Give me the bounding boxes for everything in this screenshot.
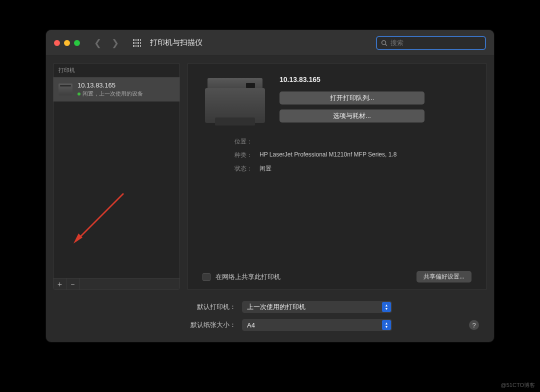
chevron-updown-icon: ▲▼ (382, 320, 391, 330)
printer-sidebar: 打印机 10.13.83.165 闲置，上一次使用的设备 ＋ － (53, 63, 180, 290)
content-area: 打印机 10.13.83.165 闲置，上一次使用的设备 ＋ － (46, 56, 494, 297)
search-field[interactable] (376, 36, 486, 50)
watermark: @51CTO博客 (501, 382, 535, 389)
printer-list-item[interactable]: 10.13.83.165 闲置，上一次使用的设备 (54, 78, 180, 102)
traffic-lights (54, 40, 80, 46)
preferences-window: ❮ ❯ 打印机与扫描仪 打印机 10.13.83.165 闲置，上一次使用的设备 (46, 30, 494, 342)
printer-meta: 位置： 种类： HP LaserJet Professional M1210nf… (202, 138, 472, 173)
forward-button[interactable]: ❯ (112, 38, 119, 48)
printer-status-text: 闲置，上一次使用的设备 (82, 90, 143, 98)
default-printer-row: 默认打印机： 上一次使用的打印机 ▲▼ (61, 301, 479, 313)
help-button[interactable]: ? (469, 320, 479, 330)
nav-buttons: ❮ ❯ (94, 38, 119, 48)
printer-status: 闲置，上一次使用的设备 (78, 90, 143, 98)
printer-thumb-icon (58, 84, 72, 96)
status-dot-icon (78, 92, 80, 96)
zoom-icon[interactable] (74, 40, 80, 46)
sidebar-footer: ＋ － (54, 278, 180, 290)
minimize-icon[interactable] (64, 40, 70, 46)
detail-top: 10.13.83.165 打开打印队列... 选项与耗材... (202, 76, 472, 126)
options-supplies-button[interactable]: 选项与耗材... (280, 110, 424, 122)
default-paper-value: A4 (247, 322, 255, 329)
open-queue-button[interactable]: 打开打印队列... (280, 92, 424, 104)
sidebar-header: 打印机 (54, 64, 180, 78)
search-icon (381, 40, 388, 46)
printer-name: 10.13.83.165 (78, 82, 143, 89)
default-paper-select[interactable]: A4 ▲▼ (242, 319, 392, 331)
printer-info: 10.13.83.165 闲置，上一次使用的设备 (78, 82, 143, 98)
svg-marker-3 (74, 234, 82, 244)
default-printer-label: 默认打印机： (61, 302, 236, 312)
search-input[interactable] (390, 39, 481, 46)
location-value (260, 138, 472, 146)
default-printer-select[interactable]: 上一次使用的打印机 ▲▼ (242, 301, 392, 313)
remove-printer-button[interactable]: － (66, 278, 80, 290)
location-label: 位置： (202, 138, 252, 146)
kind-label: 种类： (202, 151, 252, 160)
printer-detail-panel: 10.13.83.165 打开打印队列... 选项与耗材... 位置： 种类： … (187, 63, 487, 290)
default-paper-label: 默认纸张大小： (61, 320, 236, 330)
add-printer-button[interactable]: ＋ (54, 278, 66, 290)
status-label: 状态： (202, 164, 252, 173)
detail-printer-name: 10.13.83.165 (280, 76, 472, 84)
detail-right: 10.13.83.165 打开打印队列... 选项与耗材... (280, 76, 472, 126)
svg-line-2 (76, 194, 124, 241)
share-checkbox[interactable] (202, 273, 210, 281)
titlebar: ❮ ❯ 打印机与扫描仪 (46, 30, 494, 56)
printer-large-icon (202, 76, 268, 126)
sharing-prefs-button[interactable]: 共享偏好设置... (416, 271, 472, 282)
chevron-updown-icon: ▲▼ (382, 302, 391, 312)
svg-point-0 (382, 40, 386, 44)
share-label: 在网络上共享此打印机 (216, 272, 280, 282)
back-button[interactable]: ❮ (94, 38, 102, 48)
bottom-controls: 默认打印机： 上一次使用的打印机 ▲▼ 默认纸张大小： A4 ▲▼ ? (46, 297, 494, 340)
close-icon[interactable] (54, 40, 60, 46)
share-row: 在网络上共享此打印机 共享偏好设置... (202, 263, 472, 282)
kind-value: HP LaserJet Professional M1210nf MFP Ser… (260, 151, 472, 160)
svg-line-1 (386, 44, 387, 46)
grid-icon[interactable] (133, 39, 141, 47)
default-printer-value: 上一次使用的打印机 (247, 302, 306, 312)
annotation-arrow-icon (68, 188, 128, 248)
window-title: 打印机与扫描仪 (150, 38, 202, 48)
status-value: 闲置 (260, 164, 472, 173)
default-paper-row: 默认纸张大小： A4 ▲▼ ? (61, 319, 479, 331)
